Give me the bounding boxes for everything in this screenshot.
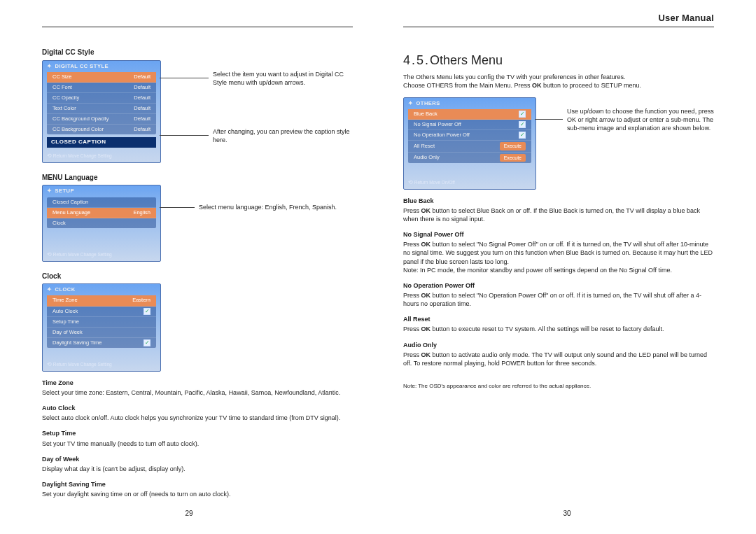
clock-osd: ✦CLOCK Time ZoneEasternAuto Clock✓Setup … [42, 283, 161, 372]
ml-note: Select menu language: English, French, S… [199, 203, 353, 211]
sub-desc: Press OK button to activate audio only m… [403, 351, 714, 367]
sub-heading: Setup Time [42, 429, 353, 437]
osd-row: CC OpacityDefault [47, 93, 156, 104]
osd-row: Text ColorDefault [47, 104, 156, 114]
osd-row: Daylight Saving Time✓ [47, 338, 156, 348]
sub-desc: Press OK button to select Blue Back on o… [403, 206, 714, 223]
page-left: Digital CC Style ✦DIGITAL CC STYLE CC Si… [0, 0, 378, 534]
sub-desc: Display what day it is (can't be adjust,… [42, 465, 353, 473]
page-right: User Manual 4.5.Others Menu The Others M… [378, 0, 756, 534]
osd-row: Clock [47, 218, 156, 228]
right-content: 4.5.Others Menu The Others Menu lets you… [403, 42, 714, 513]
page-number-right: 30 [378, 510, 756, 517]
osd-row: CC SizeDefault [47, 72, 156, 83]
osd-row: Blue Back✓ [408, 109, 531, 120]
sub-desc: Select auto clock on/off. Auto clock hel… [42, 414, 353, 422]
sub-desc: Press OK button to execute reset to TV s… [403, 325, 714, 333]
sub-desc: Press OK button to select "No Operation … [403, 291, 714, 308]
page-number-left: 29 [0, 510, 378, 517]
sub-desc: Select your time zone: Eastern, Central,… [42, 388, 353, 397]
left-content: Digital CC Style ✦DIGITAL CC STYLE CC Si… [42, 42, 353, 513]
clock-heading: Clock [42, 272, 353, 281]
sub-desc: Set your TV time manually (needs to turn… [42, 440, 353, 448]
top-rule [403, 27, 714, 27]
chapter-heading: 4.5.Others Menu [403, 52, 714, 69]
top-rule [42, 27, 353, 27]
sub-heading: All Reset [403, 315, 714, 323]
menu-lang-heading: MENU Language [42, 173, 353, 183]
others-note: Use up/down to choose the function you n… [567, 107, 714, 132]
closed-caption-bar: CLOSED CAPTION [47, 137, 156, 148]
osd-row: Menu LanguageEnglish [47, 208, 156, 218]
osd-row: Audio OnlyExecute [408, 153, 531, 163]
osd-row: Time ZoneEastern [47, 295, 156, 306]
osd-row: Closed Caption [47, 197, 156, 208]
osd-row: CC Background ColorDefault [47, 125, 156, 134]
sub-heading: Audio Only [403, 341, 714, 349]
sub-heading: No Operation Power Off [403, 281, 714, 290]
return-icon [47, 362, 52, 367]
sub-heading: No Signal Power Off [403, 230, 714, 239]
menu-lang-osd: ✦SETUP Closed CaptionMenu LanguageEnglis… [42, 185, 161, 261]
digital-cc-osd: ✦DIGITAL CC STYLE CC SizeDefaultCC FontD… [42, 60, 161, 163]
sub-heading: Auto Clock [42, 404, 353, 412]
osd-row: CC Background OpacityDefault [47, 114, 156, 125]
intro-line1: The Others Menu lets you config the TV w… [403, 73, 714, 81]
return-icon [408, 180, 413, 185]
dcc-note2: After changing, you can preview the capt… [213, 127, 353, 144]
osd-row: Setup Time [47, 317, 156, 328]
sub-desc: Press OK button to select "No Signal Pow… [403, 240, 714, 265]
osd-row: CC FontDefault [47, 83, 156, 93]
osd-foot: Return Move Change Setting [43, 150, 160, 162]
intro-line2: Choose OTHERS from the Main Menu. Press … [403, 81, 714, 90]
sub-desc: Set your daylight saving time on or off … [42, 490, 353, 498]
digital-cc-heading: Digital CC Style [42, 48, 353, 57]
manual-title: User Manual [658, 13, 714, 23]
sub-heading: Blue Back [403, 197, 714, 205]
return-icon [47, 153, 52, 158]
osd-row: All ResetExecute [408, 141, 531, 152]
sub-heading: Day of Week [42, 455, 353, 463]
osd-row: Auto Clock✓ [47, 307, 156, 317]
osd-row: Day of Week [47, 328, 156, 338]
sub-heading: Time Zone [42, 379, 353, 387]
return-icon [47, 252, 52, 257]
sub-desc: Note: In PC mode, the monitor standby an… [403, 266, 714, 274]
osd-footnote: Note: The OSD's appearance and color are… [403, 383, 714, 391]
osd-title: ✦DIGITAL CC STYLE [43, 61, 160, 72]
osd-row: No Signal Power Off✓ [408, 120, 531, 130]
osd-row: No Operation Power Off✓ [408, 130, 531, 141]
sub-heading: Daylight Saving Time [42, 480, 353, 489]
others-osd: ✦OTHERS Blue Back✓No Signal Power Off✓No… [403, 97, 536, 190]
dcc-note1: Select the item you want to adjust in Di… [213, 70, 353, 87]
